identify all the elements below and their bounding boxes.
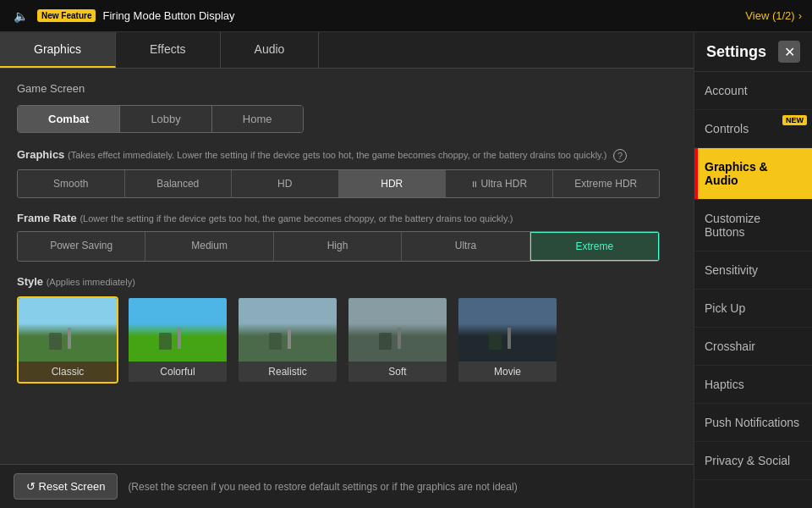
tab-bar: Graphics Effects Audio bbox=[0, 32, 694, 69]
sidebar-item-customize-buttons[interactable]: Customize Buttons bbox=[694, 200, 812, 251]
right-sidebar: Settings ✕ Account Controls NEW Graphics… bbox=[694, 32, 812, 508]
left-content: Graphics Effects Audio Game Screen Comba… bbox=[0, 32, 694, 508]
game-screen-title: Game Screen bbox=[17, 82, 677, 95]
sub-tab-combat[interactable]: Combat bbox=[18, 106, 120, 132]
style-colorful-label: Colorful bbox=[129, 362, 227, 382]
style-movie-label: Movie bbox=[458, 362, 557, 382]
main-layout: Graphics Effects Audio Game Screen Comba… bbox=[0, 32, 812, 508]
content-area: Game Screen Combat Lobby Home Graphics (… bbox=[0, 69, 694, 464]
frame-high[interactable]: High bbox=[274, 232, 402, 261]
sidebar-item-haptics[interactable]: Haptics bbox=[694, 366, 812, 404]
frame-ultra[interactable]: Ultra bbox=[402, 232, 529, 261]
tab-graphics[interactable]: Graphics bbox=[0, 32, 116, 68]
graphics-ultra-hdr[interactable]: ⏸Ultra HDR bbox=[446, 170, 553, 197]
frame-rate-option-row: Power Saving Medium High Ultra Extreme bbox=[17, 231, 660, 262]
sidebar-item-pick-up[interactable]: Pick Up bbox=[694, 290, 812, 328]
style-colorful[interactable]: Colorful bbox=[127, 296, 228, 384]
active-bar bbox=[694, 148, 698, 199]
style-realistic-img bbox=[239, 298, 338, 362]
graphics-help-icon[interactable]: ? bbox=[613, 149, 627, 163]
style-label: Style (Applies immediately) bbox=[17, 275, 677, 288]
sidebar-title: Settings bbox=[706, 43, 766, 61]
style-row: Classic Colorful Realistic Soft Movie bbox=[17, 296, 677, 384]
style-classic-label: Classic bbox=[19, 362, 117, 382]
sidebar-item-privacy-social[interactable]: Privacy & Social bbox=[694, 442, 812, 480]
style-movie[interactable]: Movie bbox=[457, 296, 558, 384]
sidebar-item-account[interactable]: Account bbox=[694, 72, 812, 110]
reset-screen-hint: (Reset the screen if you need to restore… bbox=[128, 481, 517, 493]
sidebar-item-push-notifications[interactable]: Push Notifications bbox=[694, 404, 812, 442]
frame-rate-label: Frame Rate (Lower the setting if the dev… bbox=[17, 212, 677, 224]
sub-tab-home[interactable]: Home bbox=[212, 106, 303, 132]
frame-power-saving[interactable]: Power Saving bbox=[18, 232, 145, 261]
tab-audio[interactable]: Audio bbox=[221, 32, 320, 68]
sidebar-header: Settings ✕ bbox=[694, 32, 812, 72]
style-movie-img bbox=[458, 298, 558, 362]
graphics-hd[interactable]: HD bbox=[232, 170, 339, 197]
sidebar-item-crosshair[interactable]: Crosshair bbox=[694, 328, 812, 366]
tab-effects[interactable]: Effects bbox=[116, 32, 221, 68]
style-soft-img bbox=[348, 298, 448, 362]
view-link[interactable]: View (1/2) › bbox=[745, 9, 802, 22]
sidebar-item-controls[interactable]: Controls NEW bbox=[694, 110, 812, 148]
close-button[interactable]: ✕ bbox=[778, 41, 800, 63]
graphics-smooth[interactable]: Smooth bbox=[18, 170, 125, 197]
controls-new-badge: NEW bbox=[782, 115, 807, 125]
sidebar-item-sensitivity[interactable]: Sensitivity bbox=[694, 251, 812, 290]
reset-screen-label: ↺ Reset Screen bbox=[26, 480, 105, 493]
style-realistic-label: Realistic bbox=[239, 362, 337, 382]
ultra-hdr-pause-icon: ⏸ bbox=[470, 179, 479, 189]
frame-extreme[interactable]: Extreme bbox=[530, 232, 659, 261]
graphics-balanced[interactable]: Balanced bbox=[125, 170, 233, 197]
style-soft-label: Soft bbox=[348, 362, 447, 382]
style-colorful-img bbox=[129, 298, 228, 362]
style-soft[interactable]: Soft bbox=[347, 296, 448, 384]
bottom-bar: ↺ Reset Screen (Reset the screen if you … bbox=[0, 464, 694, 508]
style-classic-img bbox=[19, 298, 118, 362]
sub-tabs: Combat Lobby Home bbox=[17, 105, 304, 133]
graphics-extreme-hdr[interactable]: Extreme HDR bbox=[553, 170, 660, 197]
reset-screen-button[interactable]: ↺ Reset Screen bbox=[14, 473, 118, 500]
graphics-option-row: Smooth Balanced HD HDR ⏸Ultra HDR Extrem… bbox=[17, 169, 660, 198]
sub-tab-lobby[interactable]: Lobby bbox=[120, 106, 211, 132]
graphics-quality-label: Graphics (Takes effect immediately. Lowe… bbox=[17, 148, 677, 163]
top-bar: 🔈 New Feature Firing Mode Button Display… bbox=[0, 0, 812, 32]
frame-medium[interactable]: Medium bbox=[145, 232, 273, 261]
top-bar-title: Firing Mode Button Display bbox=[102, 9, 234, 22]
sidebar-item-graphics-audio[interactable]: Graphics & Audio bbox=[694, 148, 812, 200]
style-realistic[interactable]: Realistic bbox=[237, 296, 338, 384]
new-feature-badge: New Feature bbox=[37, 9, 96, 22]
style-classic[interactable]: Classic bbox=[17, 296, 118, 384]
graphics-hdr[interactable]: HDR bbox=[339, 170, 447, 197]
speaker-icon: 🔈 bbox=[10, 6, 30, 26]
top-bar-left: 🔈 New Feature Firing Mode Button Display bbox=[10, 6, 235, 26]
